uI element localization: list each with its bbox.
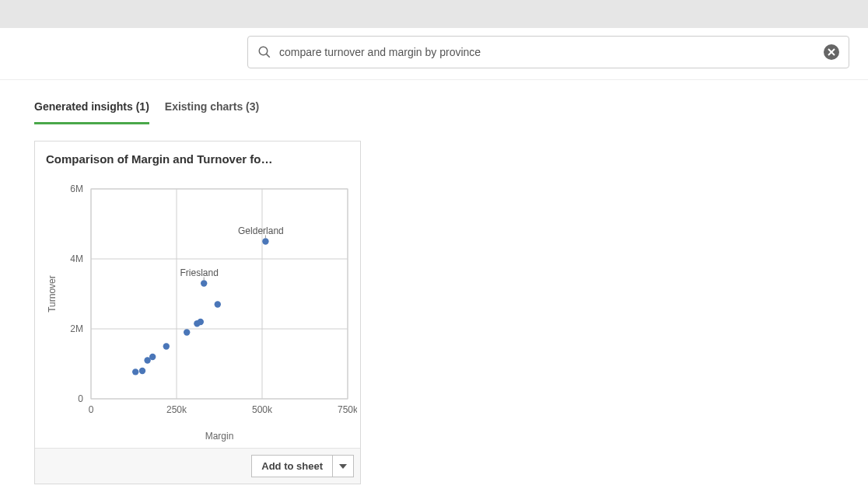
svg-text:500k: 500k bbox=[252, 404, 273, 415]
main-content: Generated insights (1) Existing charts (… bbox=[0, 80, 868, 498]
svg-text:0: 0 bbox=[78, 393, 83, 404]
search-box[interactable] bbox=[247, 36, 849, 68]
chart-point[interactable] bbox=[262, 238, 268, 244]
svg-rect-20 bbox=[91, 189, 348, 399]
chart-point-label: Gelderland bbox=[238, 225, 284, 236]
chart-point[interactable] bbox=[139, 368, 145, 374]
tab-existing-charts[interactable]: Existing charts (3) bbox=[165, 94, 259, 124]
scatter-chart[interactable]: 0250k500k750k02M4M6MMarginTurnoverFriesl… bbox=[40, 178, 357, 442]
chart-point[interactable] bbox=[215, 301, 221, 307]
svg-text:4M: 4M bbox=[70, 253, 83, 264]
svg-text:250k: 250k bbox=[166, 404, 187, 415]
insight-card: Comparison of Margin and Turnover fo… 02… bbox=[34, 141, 361, 484]
search-icon bbox=[257, 45, 271, 59]
add-to-sheet-dropdown[interactable] bbox=[332, 455, 354, 477]
add-to-sheet-button[interactable]: Add to sheet bbox=[251, 455, 332, 477]
window-titlebar bbox=[0, 0, 868, 28]
svg-text:2M: 2M bbox=[70, 323, 83, 334]
svg-line-1 bbox=[267, 54, 270, 58]
card-title: Comparison of Margin and Turnover fo… bbox=[35, 141, 360, 170]
svg-text:Margin: Margin bbox=[205, 431, 234, 442]
chart-point[interactable] bbox=[184, 329, 190, 335]
svg-point-0 bbox=[259, 47, 268, 55]
svg-text:750k: 750k bbox=[338, 404, 357, 415]
tab-bar: Generated insights (1) Existing charts (… bbox=[34, 94, 834, 125]
chart-point[interactable] bbox=[198, 319, 204, 325]
card-footer: Add to sheet bbox=[35, 448, 360, 484]
chart-point[interactable] bbox=[132, 369, 138, 375]
clear-search-button[interactable] bbox=[824, 44, 839, 60]
close-icon bbox=[828, 48, 835, 56]
chart-point[interactable] bbox=[201, 280, 207, 286]
svg-text:6M: 6M bbox=[70, 183, 83, 194]
search-input[interactable] bbox=[279, 46, 824, 58]
chart-point[interactable] bbox=[149, 354, 156, 360]
chevron-down-icon bbox=[339, 464, 347, 469]
svg-text:Turnover: Turnover bbox=[47, 275, 58, 313]
chart-container: 0250k500k750k02M4M6MMarginTurnoverFriesl… bbox=[35, 170, 360, 448]
search-bar-area bbox=[0, 28, 868, 80]
chart-point-label: Friesland bbox=[180, 267, 219, 278]
svg-text:0: 0 bbox=[89, 404, 94, 415]
tab-generated-insights[interactable]: Generated insights (1) bbox=[34, 94, 149, 124]
chart-point[interactable] bbox=[163, 343, 170, 349]
